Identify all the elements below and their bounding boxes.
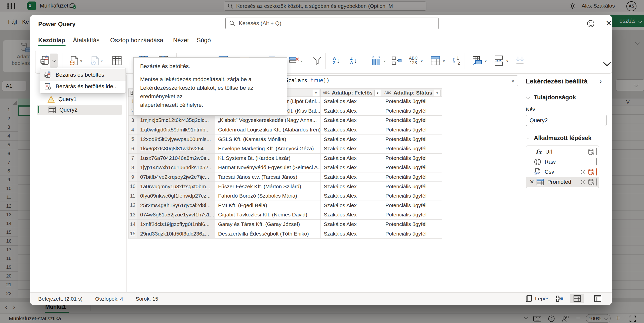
delete-step-icon[interactable]: ✕ [530,179,534,185]
row-number-cell[interactable]: 14 [128,220,137,229]
step-csv[interactable]: CSV Csv [526,167,599,177]
close-and-load-button[interactable] [39,54,51,68]
pq-search-box[interactable]: Keresés (Alt + Q) [225,18,439,29]
table-row[interactable]: 13 074w8g61a52jzue1yvvf1h7s1... Gigabit … [128,210,442,220]
row-number-cell[interactable]: 7 [128,154,137,163]
feedback-smiley-icon[interactable] [587,20,595,28]
row-number-cell[interactable]: 11 [128,191,137,201]
owner-cell[interactable]: Szakálos Alex [321,154,382,163]
owner-cell[interactable]: Szakálos Alex [321,144,382,154]
row-number-cell[interactable]: 8 [128,163,137,172]
properties-heading[interactable]: Tulajdonságok [526,94,614,101]
chevron-down-icon[interactable]: ∨ [420,59,423,63]
id-cell[interactable]: 1xnff2dcls19jgzpffyg0t1nbl6... [137,220,215,229]
table-row[interactable]: 6 1kx6q3xts80q8l81wkbv264... Envelope Ma… [128,144,442,154]
step-settings-gear-icon[interactable] [580,169,586,175]
close-icon[interactable]: ✕ [604,18,614,28]
id-cell[interactable]: 07bitfb4ve2krqsoy2jw2e7ijc... [137,172,215,182]
filter-button[interactable] [311,54,323,68]
owner-cell[interactable]: Szakálos Alex [321,172,382,182]
step-settings-gear-icon[interactable] [580,179,586,185]
step-script-button[interactable]: Lépés [526,295,549,302]
id-cell[interactable]: 12xod8t5it0vjyewpau00umis... [137,134,215,144]
company-cell[interactable]: Desszertvilla Édességbolt (Tóth Enikő) [215,229,321,239]
diagram-view-icon[interactable] [556,295,564,302]
query-item-query1[interactable]: ! Query1 [37,94,122,104]
chevron-down-icon[interactable]: ∨ [300,59,303,63]
id-cell[interactable]: 1usx76a70421046a8m2w0s... [137,154,215,163]
table-row[interactable]: 3 1mjnxjp5mc12t6kr435q2qlc... „Kisbolt” … [128,116,442,125]
group-by-button[interactable] [391,54,403,68]
status-cell[interactable]: Potenciális ügyfél [382,97,442,106]
status-cell[interactable]: Potenciális ügyfél [382,144,442,154]
split-column-button[interactable] [370,54,382,68]
table-row[interactable]: 14 1xnff2dcls19jgzpffyg0t1nbl6... Garay … [128,220,442,229]
row-number-cell[interactable]: 9 [128,172,137,182]
tab-kezdolap[interactable]: Kezdőlap [38,37,65,44]
company-cell[interactable]: Gigabit Távközlési Kft. (Nemes Dávid) [215,210,321,220]
id-cell[interactable]: 0fya09nkwc0gf1lenwdp27cz... [137,191,215,201]
owner-cell[interactable]: Szakálos Alex [321,163,382,172]
filter-dropdown-icon[interactable]: ▼ [434,90,440,96]
step-raw[interactable]: Raw [526,157,599,167]
ribbon-collapse-chevron-icon[interactable] [603,62,611,67]
status-cell[interactable]: Potenciális ügyfél [382,125,442,135]
company-cell[interactable]: KL Systems Bt. (Kardos Lázár) [215,154,321,163]
status-cell[interactable]: Potenciális ügyfél [382,220,442,229]
row-number-cell[interactable]: 4 [128,125,137,135]
table-row[interactable]: 5 12xod8t5it0vjyewpau00umis... GSLS Kft.… [128,134,442,144]
owner-cell[interactable]: Szakálos Alex [321,116,382,125]
remove-rows-button[interactable] [288,54,300,68]
owner-cell[interactable]: Szakálos Alex [321,220,382,229]
company-cell[interactable]: FMI Kft. (Egedi Béla) [215,201,321,210]
schema-view-button[interactable] [591,294,605,303]
applied-steps-heading[interactable]: Alkalmazott lépések [526,134,614,142]
status-cell[interactable]: Potenciális ügyfél [382,182,442,191]
row-number-cell[interactable]: 5 [128,134,137,144]
status-cell[interactable]: Potenciális ügyfél [382,163,442,172]
status-cell[interactable]: Potenciális ügyfél [382,106,442,116]
status-cell[interactable]: Potenciális ügyfél [382,116,442,125]
company-cell[interactable]: Harmat Növényvédő Egyesület (Selmeci A..… [215,163,321,172]
data-type-button[interactable]: ABC123 [407,54,419,68]
append-queries-button[interactable] [493,54,505,68]
filter-dropdown-icon[interactable]: ▼ [313,90,319,96]
table-row[interactable]: 10 1a0rwugmny1u3xfzsgxt0bm... Fűszer Fés… [128,182,442,191]
menu-item-close-and-load-to[interactable]: Bezárás és betöltés ide... [40,81,126,92]
company-cell[interactable]: Goldenroad Logisztikai Kft. (Alabárdos I… [215,125,321,135]
close-and-load-dropdown[interactable] [50,54,58,68]
id-cell[interactable]: 1kx6q3xts80q8l81wkbv264... [137,144,215,154]
owner-cell[interactable]: Szakálos Alex [321,125,382,135]
step-url[interactable]: fx Url [526,147,599,157]
table-row[interactable]: 15 29nd33qzk10fd50l3tdc236z... Desszertv… [128,229,442,239]
company-cell[interactable]: Fahordó Borozó (Szabolcs Mária) [215,191,321,201]
status-cell[interactable]: Potenciális ügyfél [382,229,442,239]
status-cell[interactable]: Potenciális ügyfél [382,201,442,210]
owner-cell[interactable]: Szakálos Alex [321,201,382,210]
owner-cell[interactable]: Szakálos Alex [321,182,382,191]
id-cell[interactable]: 29nd33qzk10fd50l3tdc236z... [137,229,215,239]
company-cell[interactable]: Fűszer Fészek Kft. (Márton Szilárd) [215,182,321,191]
status-cell[interactable]: Potenciális ügyfél [382,210,442,220]
chevron-down-icon[interactable]: ∨ [484,59,487,63]
tab-sugo[interactable]: Súgó [197,37,211,44]
query-item-query2[interactable]: Query2 [37,105,122,115]
tab-nezet[interactable]: Nézet [173,37,189,44]
table-row[interactable]: 8 1jyp14nwxh1cu1u6ndks1p52... Harmat Növ… [128,163,442,172]
company-cell[interactable]: Garay és Társa Kft. (Garay József) [215,220,321,229]
status-cell[interactable]: Potenciális ügyfél [382,154,442,163]
owner-cell[interactable]: Szakálos Alex [321,134,382,144]
owner-cell[interactable]: Szakálos Alex [321,210,382,220]
merge-queries-button[interactable] [471,54,483,68]
filter-dropdown-icon[interactable]: ▼ [374,90,381,96]
sort-ascending-button[interactable]: AZ↓ [330,54,342,68]
row-number-cell[interactable]: 6 [128,144,137,154]
id-cell[interactable]: 25r2ms4gah18y61qycai2d8l... [137,201,215,210]
query-name-input[interactable]: Query2 [526,115,607,126]
owner-cell[interactable]: Szakálos Alex [321,106,382,116]
company-cell[interactable]: Tarcsai János e.v. (Tarcsai János) [215,172,321,182]
column-header-owner[interactable]: ABC Adatlap: Felelős ▼ [321,88,382,97]
row-number-cell[interactable]: 15 [128,229,137,239]
chevron-down-icon[interactable]: ∨ [383,59,386,63]
table-view-button[interactable] [570,294,584,303]
